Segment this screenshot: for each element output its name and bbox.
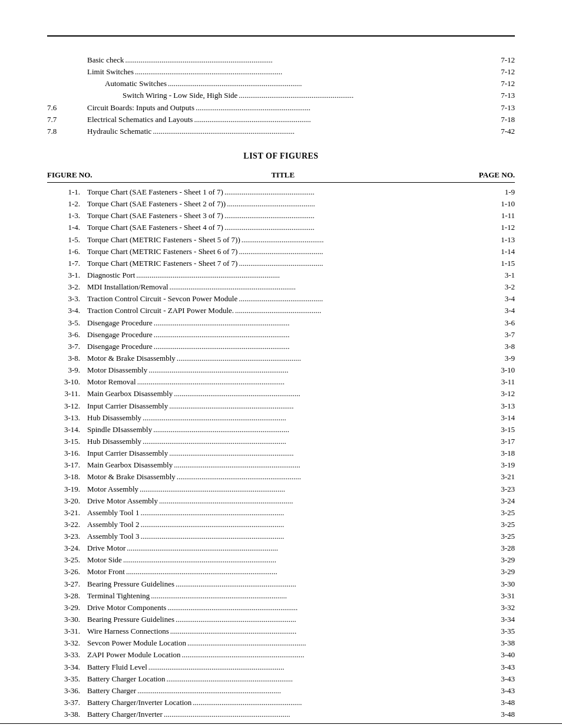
figure-entry: 3-23. Assembly Tool 3 ..................…	[47, 531, 515, 542]
figure-text: Drive Motor Components .................…	[87, 602, 515, 614]
figure-dots: ........................................…	[136, 376, 489, 388]
figure-dots: ........................................…	[237, 293, 489, 305]
figure-text: Battery Charger Location ...............…	[87, 673, 515, 685]
figure-entry: 3-36. Battery Charger ..................…	[47, 685, 515, 697]
figure-title: Battery Charger/Inverter	[87, 709, 163, 720]
figure-num: 3-15.	[47, 436, 87, 447]
figure-dots: ........................................…	[141, 412, 489, 424]
figure-title: Motor Removal	[87, 376, 136, 388]
figure-entry: 3-37. Battery Charger/Inverter Location …	[47, 697, 515, 709]
figure-num: 3-37.	[47, 697, 87, 709]
figure-text: Assembly Tool 1 ........................…	[87, 507, 515, 519]
figure-entry: 3-13. Hub Disassembly ..................…	[47, 412, 515, 424]
figure-text: Disengage Procedure ....................…	[87, 317, 515, 329]
figure-entry: 3-12. Input Carrier Disassembly ........…	[47, 400, 515, 412]
figure-text: Torque Chart (SAE Fasteners - Sheet 4 of…	[87, 222, 515, 233]
figure-page: 3-6	[489, 317, 515, 329]
figure-title: Torque Chart (SAE Fasteners - Sheet 4 of…	[87, 222, 223, 233]
figure-page: 1-14	[489, 246, 515, 258]
figure-num: 3-6.	[47, 329, 87, 341]
figure-entry: 3-14. Spindle DIsassembly ..............…	[47, 424, 515, 436]
figure-text: ZAPI Power Module Location .............…	[87, 649, 515, 661]
figure-dots: ........................................…	[152, 424, 489, 436]
figure-num: 3-5.	[47, 317, 87, 329]
figure-page: 3-2	[489, 281, 515, 293]
figure-page: 1-13	[489, 234, 515, 246]
figure-entry: 3-21. Assembly Tool 1 ..................…	[47, 507, 515, 519]
figure-dots: ........................................…	[139, 519, 489, 531]
figure-title: Battery Charger/Inverter Location	[87, 697, 191, 709]
figure-num: 1-7.	[47, 258, 87, 269]
figure-title: Motor & Brake Disassembly	[87, 353, 176, 364]
figures-columns-header: FIGURE NO. TITLE PAGE NO.	[47, 170, 515, 183]
figure-page: 3-31	[489, 590, 515, 602]
figure-entry: 3-2. MDI Installation/Removal ..........…	[47, 281, 515, 293]
figure-entry: 3-4. Traction Control Circuit - ZAPI Pow…	[47, 305, 515, 317]
figure-dots: ........................................…	[138, 483, 489, 495]
toc-entry: Switch Wiring - Low Side, High Side ....…	[47, 90, 515, 101]
figure-page: 1-10	[489, 198, 515, 210]
figure-title: Torque Chart (METRIC Fasteners - Sheet 7…	[87, 258, 237, 269]
figure-text: Spindle DIsassembly ....................…	[87, 424, 515, 436]
figure-dots: ........................................…	[139, 507, 489, 519]
figure-text: Traction Control Circuit - Sevcon Power …	[87, 293, 515, 305]
figure-entry: 3-6. Disengage Procedure ...............…	[47, 329, 515, 341]
figure-entry: 1-2. Torque Chart (SAE Fasteners - Sheet…	[47, 198, 515, 210]
figure-num: 3-28.	[47, 590, 87, 602]
figure-page: 3-21	[489, 471, 515, 483]
figure-text: Battery Charger ........................…	[87, 685, 515, 697]
figure-page: 3-40	[489, 649, 515, 661]
figure-title: Traction Control Circuit - ZAPI Power Mo…	[87, 305, 234, 317]
figure-text: Battery Fluid Level ....................…	[87, 661, 515, 673]
figure-dots: ........................................…	[174, 578, 489, 590]
figure-page: 3-17	[489, 436, 515, 447]
figure-entry: 1-7. Torque Chart (METRIC Fasteners - Sh…	[47, 258, 515, 269]
figure-entry: 3-31. Wire Harness Connections .........…	[47, 625, 515, 637]
figure-page: 3-29	[489, 566, 515, 578]
figure-dots: ........................................…	[147, 364, 489, 376]
figure-text: Battery Charger/Inverter Location ......…	[87, 697, 515, 709]
figure-dots: ........................................…	[173, 388, 489, 400]
figure-dots: ........................................…	[226, 198, 489, 210]
figure-dots: ........................................…	[122, 554, 489, 566]
figure-page: 1-12	[489, 222, 515, 233]
figure-text: Disengage Procedure ....................…	[87, 329, 515, 341]
figure-num: 3-14.	[47, 424, 87, 436]
figure-text: Bearing Pressure Guidelines ............…	[87, 578, 515, 590]
toc-section: Basic check ............................…	[47, 54, 515, 137]
figure-entry: 3-28. Terminal Tightening ..............…	[47, 590, 515, 602]
figure-title: Disengage Procedure	[87, 317, 153, 329]
figure-num: 3-24.	[47, 542, 87, 554]
figure-text: Hub Disassembly ........................…	[87, 436, 515, 447]
figure-entry: 1-5. Torque Chart (METRIC Fasteners - Sh…	[47, 234, 515, 246]
toc-entry: 7.8 Hydraulic Schematic ................…	[47, 126, 515, 137]
figure-text: Torque Chart (SAE Fasteners - Sheet 3 of…	[87, 210, 515, 222]
figure-text: Bearing Pressure Guidelines ............…	[87, 614, 515, 625]
figure-title: Torque Chart (METRIC Fasteners - Sheet 6…	[87, 246, 237, 258]
figure-text: Motor Removal ..........................…	[87, 376, 515, 388]
figure-entry: 3-34. Battery Fluid Level ..............…	[47, 661, 515, 673]
figure-entry: 3-38. Battery Charger/Inverter .........…	[47, 709, 515, 720]
figure-dots: ........................................…	[181, 649, 489, 661]
figure-text: Input Carrier Disassembly ..............…	[87, 400, 515, 412]
figure-page: 3-9	[489, 353, 515, 364]
figure-num: 3-18.	[47, 471, 87, 483]
figure-entry: 3-26. Motor Front ......................…	[47, 566, 515, 578]
figure-entry: 3-16. Input Carrier Disassembly ........…	[47, 447, 515, 459]
figure-num: 3-32.	[47, 637, 87, 649]
figure-dots: ........................................…	[176, 353, 489, 364]
figure-text: Motor Side .............................…	[87, 554, 515, 566]
figure-page: 3-25	[489, 531, 515, 542]
figure-title: Wire Harness Connections	[87, 625, 169, 637]
figure-text: Main Gearbox Disassembly ...............…	[87, 388, 515, 400]
figure-page: 3-19	[489, 459, 515, 471]
figure-page: 3-11	[489, 376, 515, 388]
figure-dots: ........................................…	[125, 542, 489, 554]
figure-text: Torque Chart (SAE Fasteners - Sheet 1 of…	[87, 186, 515, 198]
figure-text: Assembly Tool 2 ........................…	[87, 519, 515, 531]
figure-num: 3-29.	[47, 602, 87, 614]
figure-page: 3-14	[489, 412, 515, 424]
figure-title: Torque Chart (SAE Fasteners - Sheet 2 of…	[87, 198, 226, 210]
figure-dots: ........................................…	[169, 625, 489, 637]
figure-dots: ........................................…	[150, 590, 489, 602]
